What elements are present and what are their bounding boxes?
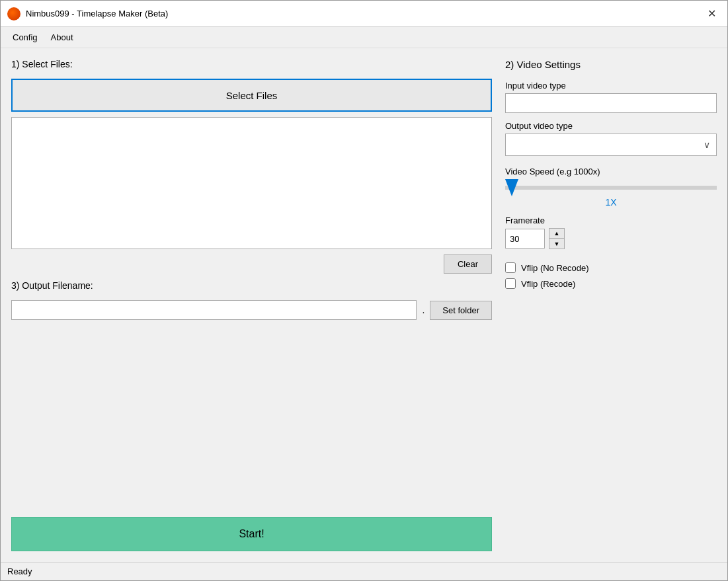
framerate-down-button[interactable]: ▼: [549, 239, 564, 249]
slider-container: [505, 179, 717, 194]
output-filename-input[interactable]: [11, 300, 417, 320]
left-panel: 1) Select Files: Select Files Clear 3) O…: [11, 59, 492, 551]
vflip-no-recode-label: Vflip (No Recode): [521, 263, 589, 273]
file-list-area[interactable]: [11, 117, 492, 249]
output-section-label: 3) Output Filename:: [11, 280, 492, 291]
video-speed-section: Video Speed (e.g 1000x) 1X: [505, 167, 717, 208]
framerate-section: Framerate ▲ ▼: [505, 215, 717, 249]
input-video-type-label: Input video type: [505, 81, 717, 91]
menu-item-about[interactable]: About: [44, 30, 80, 45]
vflip-no-recode-checkbox[interactable]: [505, 262, 516, 273]
output-row: . Set folder: [11, 300, 492, 320]
main-content: 1) Select Files: Select Files Clear 3) O…: [1, 48, 727, 562]
title-bar-left: Nimbus099 - Timelapse Maker (Beta): [7, 7, 168, 20]
vflip-recode-label: Vflip (Recode): [521, 279, 575, 289]
output-video-type-wrapper: [505, 134, 717, 156]
framerate-input[interactable]: [505, 229, 545, 249]
window-title: Nimbus099 - Timelapse Maker (Beta): [26, 9, 168, 19]
video-settings-label: 2) Video Settings: [505, 59, 717, 70]
output-video-type-label: Output video type: [505, 121, 717, 131]
checkboxes-section: Vflip (No Recode) Vflip (Recode): [505, 262, 717, 289]
input-video-type-input[interactable]: [505, 93, 717, 113]
bottom-area: 3) Output Filename: . Set folder Start!: [11, 280, 492, 551]
dot-separator: .: [422, 305, 425, 315]
close-button[interactable]: ✕: [702, 5, 721, 23]
output-section: 3) Output Filename: . Set folder: [11, 280, 492, 320]
select-files-button[interactable]: Select Files: [11, 79, 492, 112]
input-video-type-section: Input video type: [505, 81, 717, 113]
framerate-up-button[interactable]: ▲: [549, 229, 564, 239]
status-text: Ready: [7, 566, 32, 576]
framerate-label: Framerate: [505, 215, 717, 225]
output-video-type-section: Output video type: [505, 121, 717, 156]
set-folder-button[interactable]: Set folder: [430, 301, 492, 320]
select-files-section: 1) Select Files: Select Files Clear: [11, 59, 492, 274]
video-speed-label: Video Speed (e.g 1000x): [505, 167, 717, 176]
menu-item-config[interactable]: Config: [6, 30, 44, 45]
vflip-no-recode-row: Vflip (No Recode): [505, 262, 717, 273]
menu-bar: Config About: [1, 27, 727, 48]
output-video-type-select[interactable]: [505, 134, 717, 156]
clear-btn-row: Clear: [11, 254, 492, 274]
vflip-recode-checkbox[interactable]: [505, 278, 516, 289]
framerate-row: ▲ ▼: [505, 228, 717, 249]
speed-value-display: 1X: [505, 197, 717, 208]
title-bar: Nimbus099 - Timelapse Maker (Beta) ✕: [1, 1, 727, 27]
clear-button[interactable]: Clear: [444, 254, 492, 274]
vflip-recode-row: Vflip (Recode): [505, 278, 717, 289]
start-button[interactable]: Start!: [11, 517, 492, 551]
speed-slider[interactable]: [505, 186, 717, 190]
app-icon: [7, 7, 20, 20]
framerate-spinner: ▲ ▼: [549, 228, 565, 249]
app-window: Nimbus099 - Timelapse Maker (Beta) ✕ Con…: [0, 0, 728, 581]
select-files-label: 1) Select Files:: [11, 59, 492, 69]
status-bar: Ready: [1, 562, 727, 580]
right-panel: 2) Video Settings Input video type Outpu…: [505, 59, 717, 551]
